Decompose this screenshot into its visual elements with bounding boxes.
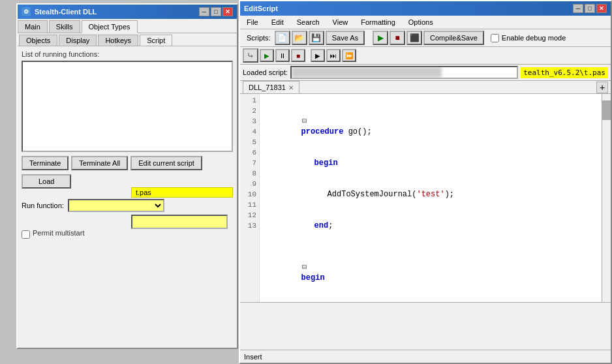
code-line-7: ⊟ begin <box>264 252 598 294</box>
line-numbers: 1 2 3 4 5 6 7 8 9 10 11 12 13 <box>240 94 260 302</box>
stop-button[interactable]: ■ <box>390 31 405 45</box>
loaded-path-highlight: tealth_v6.5.2\t.pas <box>521 67 608 78</box>
collapse-btn-7[interactable]: ⊟ <box>301 262 308 273</box>
left-panel-title: Stealth-Client DLL <box>35 8 97 16</box>
script-tabs-row: DLL_71831 ✕ + <box>240 81 611 94</box>
scripts-label: Scripts: <box>243 33 275 43</box>
right-panel: EditScript ─ □ ✕ File Edit Search View F… <box>239 0 612 364</box>
run-function-row: Run function: <box>22 199 233 212</box>
status-text: Insert <box>244 353 262 361</box>
terminate-all-button[interactable]: Terminate All <box>71 156 128 170</box>
debug-step2-btn[interactable]: ⏭ <box>326 49 341 62</box>
status-bar: Insert <box>240 350 611 363</box>
run-function-select[interactable] <box>68 199 164 212</box>
menu-file[interactable]: File <box>243 17 262 27</box>
toolbar-row: 📄 📂 💾 Save As ▶ ■ ⬛ Compile&Save Enable … <box>275 31 566 45</box>
terminate-button[interactable]: Terminate <box>22 156 69 170</box>
code-line-4: AddToSystemJournal('test'); <box>264 179 598 210</box>
menu-search[interactable]: Search <box>293 17 324 27</box>
code-editor: 1 2 3 4 5 6 7 8 9 10 11 12 13 ⊟ procedur… <box>240 94 611 303</box>
permit-multistart-checkbox[interactable] <box>22 230 30 239</box>
code-line-8: ⊟ repeat <box>264 294 598 302</box>
menu-bar: File Edit Search View Formatting Options <box>240 16 611 29</box>
collapse-btn-2[interactable]: ⊟ <box>301 116 308 127</box>
edit-current-script-button[interactable]: Edit current script <box>130 156 202 170</box>
right-minimize-button[interactable]: ─ <box>573 4 583 13</box>
run-function-label: Run function: <box>22 202 64 209</box>
code-line-5: end; <box>264 210 598 241</box>
code-line-3: begin <box>264 147 598 179</box>
menu-edit[interactable]: Edit <box>268 17 288 27</box>
right-panel-title: EditScript <box>244 5 278 12</box>
close-button[interactable]: ✕ <box>222 7 233 16</box>
debug-pause-btn[interactable]: ⏸ <box>275 49 290 62</box>
window-controls: ─ □ ✕ <box>199 7 233 16</box>
script-tab-label: DLL_71831 <box>249 83 286 91</box>
left-content: List of running functions: Terminate Ter… <box>18 46 237 243</box>
subtab-hotkeys[interactable]: Hotkeys <box>98 35 138 46</box>
loaded-script-row: Loaded script: tealth_v6.5.2\t.pas <box>240 65 611 81</box>
debug-buttons: ▶ ⏸ ■ <box>260 49 305 62</box>
pause-button[interactable]: ⬛ <box>406 31 422 45</box>
left-panel: ⚙ Stealth-Client DLL ─ □ ✕ Main Skills O… <box>16 3 238 349</box>
code-line-1 <box>264 95 598 106</box>
subtab-script[interactable]: Script <box>140 35 172 46</box>
debug-step-btn[interactable]: ▶ <box>311 49 325 62</box>
debug-toolbar-row: ⤷ ▶ ⏸ ■ ▶ ⏭ ⏩ <box>240 47 611 65</box>
tab-skills[interactable]: Skills <box>49 20 80 33</box>
subtab-objects[interactable]: Objects <box>19 35 57 46</box>
menu-view[interactable]: View <box>329 17 352 27</box>
save-button[interactable]: 💾 <box>309 31 324 45</box>
add-tab-button[interactable]: + <box>596 82 608 93</box>
maximize-button[interactable]: □ <box>211 7 221 16</box>
right-close-button[interactable]: ✕ <box>596 4 607 13</box>
main-tabs: Main Skills Object Types <box>18 19 237 33</box>
loaded-script-label: Loaded script: <box>243 68 288 76</box>
right-maximize-button[interactable]: □ <box>585 4 595 13</box>
script-tab-close-icon[interactable]: ✕ <box>288 84 294 91</box>
vertical-scrollbar[interactable] <box>602 94 611 302</box>
filename-tooltip: t.pas <box>131 187 233 198</box>
run-button[interactable]: ▶ <box>373 31 388 45</box>
running-functions-list <box>22 61 233 152</box>
run-function-dropdown-wrapper <box>68 199 164 212</box>
tab-object-types[interactable]: Object Types <box>82 20 138 33</box>
menu-options[interactable]: Options <box>405 17 437 27</box>
right-title-bar: EditScript ─ □ ✕ <box>240 1 611 16</box>
goto-button[interactable]: ⤷ <box>243 48 258 63</box>
run-function-dropdown-open[interactable] <box>131 215 228 229</box>
enable-debug-checkbox[interactable] <box>491 34 499 42</box>
save-as-button[interactable]: Save As <box>326 31 365 45</box>
new-script-button[interactable]: 📄 <box>275 31 290 45</box>
loaded-path-box <box>290 66 518 79</box>
permit-multistart-label: Permit multistart <box>33 229 84 237</box>
load-button-row: Load <box>22 174 233 189</box>
subtab-display[interactable]: Display <box>59 35 97 46</box>
enable-debug-label: Enable debug mode <box>502 34 566 42</box>
list-label: List of running functions: <box>22 50 233 58</box>
code-content[interactable]: ⊟ procedure go(); begin AddToSystemJourn… <box>260 94 602 302</box>
code-line-6 <box>264 241 598 252</box>
title-bar-left: ⚙ Stealth-Client DLL <box>22 7 97 16</box>
right-window-controls: ─ □ ✕ <box>573 4 607 13</box>
debug-section: Enable debug mode <box>491 34 566 42</box>
sub-tabs: Objects Display Hotkeys Script <box>18 33 237 46</box>
debug-stop-btn[interactable]: ■ <box>291 49 305 62</box>
tab-main[interactable]: Main <box>18 20 48 33</box>
action-buttons-row: Terminate Terminate All Edit current scr… <box>22 156 233 170</box>
open-script-button[interactable]: 📂 <box>292 31 307 45</box>
menu-formatting[interactable]: Formatting <box>357 17 399 27</box>
permit-row: Permit multistart <box>22 229 233 239</box>
debug-run-btn[interactable]: ▶ <box>260 49 274 62</box>
script-tab-dll71831[interactable]: DLL_71831 ✕ <box>243 81 299 93</box>
debug-step3-btn[interactable]: ⏩ <box>342 49 356 62</box>
left-title-bar: ⚙ Stealth-Client DLL ─ □ ✕ <box>18 5 237 19</box>
scrollbar-thumb[interactable] <box>602 100 611 120</box>
app-icon: ⚙ <box>22 7 31 16</box>
minimize-button[interactable]: ─ <box>199 7 209 16</box>
load-button[interactable]: Load <box>22 174 71 189</box>
compile-save-button[interactable]: Compile&Save <box>423 31 484 45</box>
code-line-2: ⊟ procedure go(); <box>264 106 598 147</box>
